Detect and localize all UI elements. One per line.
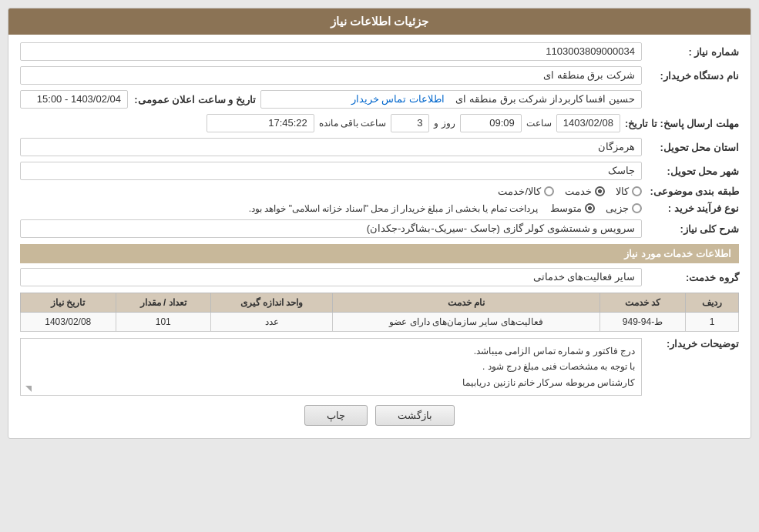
print-button[interactable]: چاپ bbox=[304, 405, 368, 426]
service-group-label: گروه خدمت: bbox=[646, 272, 739, 283]
purchase-type-jozi[interactable]: جزیی bbox=[606, 202, 642, 214]
buyer-desc-row: توضیحات خریدار: درج فاکتور و شماره تماس … bbox=[20, 338, 739, 396]
page-title: جزئیات اطلاعات نیاز bbox=[8, 8, 751, 35]
button-row: بازگشت چاپ bbox=[20, 405, 739, 426]
category-option-khedmat[interactable]: خدمت bbox=[565, 186, 605, 197]
category-option-kala[interactable]: کالا bbox=[616, 186, 642, 197]
deadline-remaining: 17:45:22 bbox=[207, 114, 314, 132]
need-description-label: شرح کلی نیاز: bbox=[646, 223, 739, 235]
col-date: تاریخ نیاز bbox=[21, 293, 116, 313]
need-description-value: سرویس و شستشوی کولر گازی (جاسک -سیریک-بش… bbox=[20, 219, 642, 238]
deadline-time: 09:09 bbox=[460, 114, 522, 132]
deadline-day-label: روز و bbox=[434, 118, 455, 129]
purchase-type-row: نوع فرآیند خرید : جزیی متوسط پرداخت تمام… bbox=[20, 202, 739, 214]
city-label: شهر محل تحویل: bbox=[646, 166, 739, 177]
col-rownum: ردیف bbox=[686, 293, 739, 313]
city-value: جاسک bbox=[20, 162, 642, 180]
date-label: تاریخ و ساعت اعلان عمومی: bbox=[133, 94, 256, 105]
radio-jozi bbox=[632, 203, 642, 213]
col-qty: تعداد / مقدار bbox=[116, 293, 210, 313]
col-unit: واحد اندازه گیری bbox=[210, 293, 332, 313]
col-code: کد خدمت bbox=[599, 293, 685, 313]
date-creator-row: حسین افسا کاربرداز شرکت برق منطقه ای اطل… bbox=[20, 90, 739, 109]
need-description-row: شرح کلی نیاز: سرویس و شستشوی کولر گازی (… bbox=[20, 219, 739, 238]
creator-value: حسین افسا کاربرداز شرکت برق منطقه ای اطل… bbox=[260, 90, 642, 109]
buyer-org-label: نام دستگاه خریدار: bbox=[646, 70, 739, 82]
purchase-type-motavaset[interactable]: متوسط bbox=[550, 202, 595, 214]
need-number-value: 1103003809000034 bbox=[20, 42, 642, 61]
deadline-remaining-label: ساعت باقی مانده bbox=[319, 118, 387, 129]
buyer-org-row: نام دستگاه خریدار: شرکت برق منطقه ای bbox=[20, 66, 739, 85]
col-name: نام خدمت bbox=[333, 293, 600, 313]
deadline-days: 3 bbox=[391, 114, 429, 132]
service-group-value: سایر فعالیت‌های خدماتی bbox=[20, 268, 642, 286]
buyer-desc-value: درج فاکتور و شماره تماس الزامی میباشد. ب… bbox=[20, 338, 642, 396]
deadline-row: مهلت ارسال پاسخ: تا تاریخ: 1403/02/08 سا… bbox=[20, 114, 739, 132]
category-radio-group: کالا خدمت کالا/خدمت bbox=[20, 186, 642, 197]
purchase-type-label: نوع فرآیند خرید : bbox=[646, 202, 739, 214]
city-row: شهر محل تحویل: جاسک bbox=[20, 162, 739, 180]
province-value: هرمزگان bbox=[20, 138, 642, 156]
deadline-time-label: ساعت bbox=[526, 118, 552, 129]
table-cell-1: ط-94-949 bbox=[599, 313, 685, 332]
category-label: طبقه بندی موضوعی: bbox=[646, 186, 739, 197]
category-row: طبقه بندی موضوعی: کالا خدمت کالا/خدمت bbox=[20, 186, 739, 197]
table-cell-5: 1403/02/08 bbox=[21, 313, 116, 332]
province-row: استان محل تحویل: هرمزگان bbox=[20, 138, 739, 156]
radio-khedmat bbox=[595, 186, 605, 196]
purchase-type-radio-group: جزیی متوسط bbox=[550, 202, 642, 214]
radio-motavaset bbox=[585, 203, 595, 213]
date-value: 1403/02/04 - 15:00 bbox=[20, 90, 128, 109]
radio-kala-khedmat bbox=[544, 186, 554, 196]
table-cell-4: 101 bbox=[116, 313, 210, 332]
deadline-label: مهلت ارسال پاسخ: تا تاریخ: bbox=[625, 118, 739, 129]
table-cell-3: عدد bbox=[210, 313, 332, 332]
buyer-desc-label: توضیحات خریدار: bbox=[646, 338, 739, 350]
purchase-note: پرداخت تمام یا بخشی از مبلغ خریدار از مح… bbox=[20, 203, 538, 214]
buyer-org-value: شرکت برق منطقه ای bbox=[20, 66, 642, 85]
service-group-row: گروه خدمت: سایر فعالیت‌های خدماتی bbox=[20, 268, 739, 286]
table-cell-0: 1 bbox=[686, 313, 739, 332]
back-button[interactable]: بازگشت bbox=[375, 405, 455, 426]
contact-link[interactable]: اطلاعات تماس خریدار bbox=[351, 93, 445, 105]
services-table-section: ردیف کد خدمت نام خدمت واحد اندازه گیری ت… bbox=[20, 293, 739, 332]
table-cell-2: فعالیت‌های سایر سازمان‌های دارای عضو bbox=[333, 313, 600, 332]
services-section-title: اطلاعات خدمات مورد نیاز bbox=[20, 244, 739, 263]
need-number-row: شماره نیاز : 1103003809000034 bbox=[20, 42, 739, 61]
need-number-label: شماره نیاز : bbox=[646, 46, 739, 58]
services-table: ردیف کد خدمت نام خدمت واحد اندازه گیری ت… bbox=[20, 293, 739, 332]
table-row: 1ط-94-949فعالیت‌های سایر سازمان‌های دارا… bbox=[21, 313, 739, 332]
deadline-date: 1403/02/08 bbox=[556, 114, 620, 132]
province-label: استان محل تحویل: bbox=[646, 142, 739, 153]
category-option-kala-khedmat[interactable]: کالا/خدمت bbox=[498, 186, 554, 197]
radio-kala bbox=[632, 186, 642, 196]
